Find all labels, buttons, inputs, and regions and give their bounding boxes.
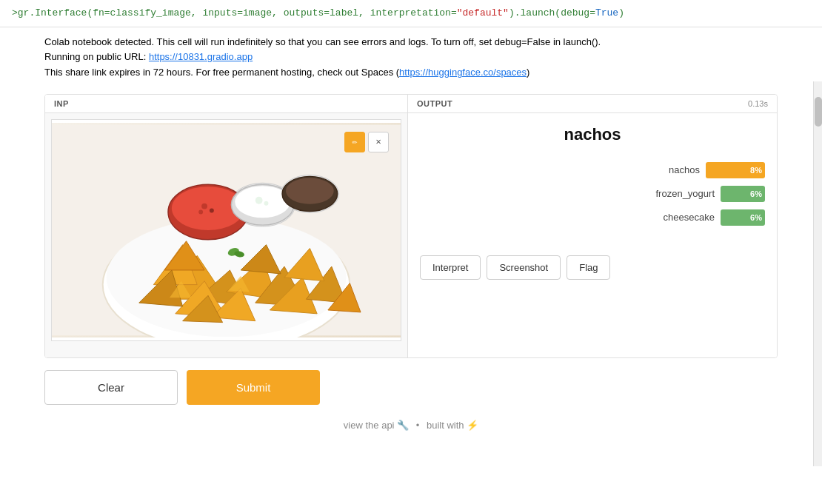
footer: view the api 🔧 • built with ⚡ (0, 405, 822, 437)
label-row: frozen_yogurt 6% (420, 186, 765, 202)
code-bar: >gr.Interface(fn=classify_image, inputs=… (0, 0, 822, 27)
output-time: 0.13s (748, 99, 768, 108)
view-api-text: view the api (344, 420, 395, 431)
built-with-text: built with (427, 420, 464, 431)
info-line3: This share link expires in 72 hours. For… (44, 65, 778, 81)
code-text-red: "default" (457, 7, 509, 19)
label-row: nachos 8% (420, 162, 765, 178)
gradio-url-link[interactable]: https://10831.gradio.app (149, 51, 253, 62)
svg-point-12 (255, 197, 263, 204)
code-text-blue: True (595, 7, 618, 19)
svg-point-8 (210, 208, 214, 212)
label-name-frozen-yogurt: frozen_yogurt (420, 188, 715, 199)
screenshot-button[interactable]: Screenshot (487, 255, 561, 280)
gradio-interface: INP (0, 94, 822, 405)
food-image (52, 123, 401, 337)
scrollbar-thumb[interactable] (815, 97, 822, 127)
clear-button[interactable]: Clear (44, 370, 178, 405)
flag-button[interactable]: Flag (567, 255, 610, 280)
code-text-green3: ) (618, 7, 624, 19)
footer-dot: • (416, 420, 420, 431)
code-line: >gr.Interface(fn=classify_image, inputs=… (12, 6, 810, 21)
label-rows: nachos 8% frozen_yogurt (420, 162, 765, 226)
main-container: >gr.Interface(fn=classify_image, inputs=… (0, 0, 822, 504)
io-panels: INP (44, 94, 778, 358)
action-buttons: Clear Submit (44, 370, 778, 405)
output-content: nachos nachos 8% (408, 113, 777, 238)
gradio-logo-icon: ⚡ (467, 420, 478, 431)
output-panel: OUTPUT 0.13s nachos nachos 8% (408, 95, 777, 357)
image-upload-area[interactable]: ✏ ✕ (45, 113, 407, 357)
spaces-url-link[interactable]: https://huggingface.co/spaces (399, 67, 527, 78)
label-name-nachos: nachos (420, 164, 700, 175)
label-pct-cheesecake: 6% (750, 213, 762, 222)
image-toolbar: ✏ ✕ (344, 132, 389, 152)
label-bar-nachos: 8% (706, 162, 765, 178)
label-bar-container-frozen: 6% (721, 186, 765, 202)
svg-point-11 (235, 186, 290, 218)
label-bar-frozen: 6% (721, 186, 765, 202)
image-container: ✏ ✕ (51, 119, 401, 341)
label-row: cheesecake 6% (420, 209, 765, 226)
info-line2: Running on public URL: https://10831.gra… (44, 50, 778, 65)
code-text-green: >gr.Interface(fn=classify_image, inputs=… (12, 7, 457, 19)
input-panel: INP (45, 95, 408, 357)
output-action-buttons: Interpret Screenshot Flag (408, 255, 777, 292)
interpret-button[interactable]: Interpret (420, 255, 481, 280)
output-panel-header: OUTPUT (417, 99, 452, 108)
svg-point-15 (286, 178, 334, 204)
submit-button[interactable]: Submit (187, 370, 320, 405)
output-header: OUTPUT 0.13s (408, 95, 777, 113)
info-section: Colab notebook detected. This cell will … (0, 27, 822, 88)
label-bar-container-cheesecake: 6% (721, 209, 765, 226)
info-line1: Colab notebook detected. This cell will … (44, 35, 778, 50)
svg-point-9 (198, 209, 203, 214)
prediction-title: nachos (420, 125, 765, 144)
edit-image-button[interactable]: ✏ (344, 132, 365, 152)
label-pct-frozen: 6% (750, 189, 762, 198)
input-panel-header: INP (45, 95, 407, 113)
scrollbar-track[interactable] (813, 81, 822, 466)
wrench-icon: 🔧 (397, 420, 409, 431)
remove-image-button[interactable]: ✕ (368, 132, 389, 152)
label-bar-container-nachos: 8% (706, 162, 765, 178)
view-api-link[interactable]: view the api 🔧 (344, 420, 412, 431)
label-bar-cheesecake: 6% (721, 209, 765, 226)
svg-point-13 (264, 201, 269, 206)
label-pct-nachos: 8% (750, 166, 762, 175)
label-name-cheesecake: cheesecake (420, 212, 715, 223)
code-text-green2: ).launch(debug= (509, 7, 595, 19)
svg-point-7 (201, 204, 207, 209)
nachos-svg (52, 123, 401, 337)
